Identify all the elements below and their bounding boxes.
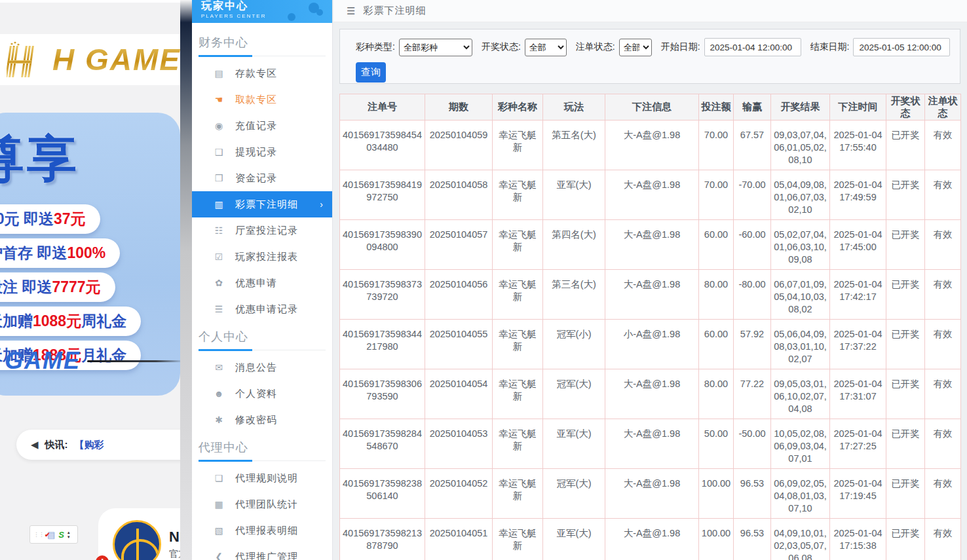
sidebar-item-玩家投注报表[interactable]: ☑玩家投注报表 bbox=[192, 244, 332, 270]
sidebar-item-优惠申请[interactable]: ✿优惠申请 bbox=[192, 270, 332, 296]
table-cell: 80.00 bbox=[699, 369, 734, 419]
table-row: 40156917359828454867020250104053幸运飞艇新亚军(… bbox=[340, 419, 961, 469]
table-cell: 有效 bbox=[925, 270, 961, 320]
sidebar-item-消息公告[interactable]: ✉消息公告 bbox=[192, 354, 332, 381]
sidebar-section-title: 财务中心 bbox=[199, 35, 326, 56]
sidebar-item-代理团队统计[interactable]: ▦代理团队统计 bbox=[192, 491, 332, 517]
content-topbar: ☰ 彩票下注明细 bbox=[333, 0, 967, 22]
table-cell: 已开奖 bbox=[886, 270, 925, 320]
table-cell: 2025-01-04 17:42:17 bbox=[830, 270, 886, 320]
sidebar-item-代理规则说明[interactable]: ❏代理规则说明 bbox=[192, 465, 332, 491]
sidebar-item-代理推广管理[interactable]: ❮代理推广管理 bbox=[192, 544, 332, 560]
sidebar-item-充值记录[interactable]: ◉充值记录 bbox=[192, 113, 332, 139]
sidebar-item-存款专区[interactable]: ▤存款专区 bbox=[192, 60, 332, 86]
nba-card[interactable]: NBA 官方 bbox=[98, 508, 192, 560]
promo-banner[interactable]: 尊享 60元 即送37元户首存 即送100%投注 即送7777元天加赠1088元… bbox=[0, 113, 180, 396]
table-cell: 06,07,01,09,05,04,10,03,08,02 bbox=[771, 270, 830, 320]
table-cell: 09,03,07,04,06,01,05,02,08,10 bbox=[771, 121, 830, 170]
table-cell: 96.53 bbox=[734, 469, 771, 519]
table-cell: 已开奖 bbox=[886, 121, 925, 170]
table-cell: 大-A盘@1.98 bbox=[605, 519, 699, 560]
sidebar-item-label: 优惠申请 bbox=[235, 277, 277, 289]
column-header: 玩法 bbox=[543, 94, 605, 121]
table-cell: 有效 bbox=[925, 469, 961, 519]
sidebar-item-优惠申请记录[interactable]: ☰优惠申请记录 bbox=[192, 296, 332, 322]
draw-status-select[interactable]: 全部 bbox=[525, 39, 567, 56]
sidebar-item-提现记录[interactable]: ❑提现记录 bbox=[192, 139, 332, 165]
table-cell: 已开奖 bbox=[886, 519, 925, 560]
sidebar-item-取款专区[interactable]: ☚取款专区 bbox=[192, 86, 332, 113]
table-cell: 冠军(大) bbox=[543, 469, 605, 519]
filter-label: 彩种类型: bbox=[356, 41, 395, 53]
table-cell: 已开奖 bbox=[886, 320, 925, 369]
deposit-card-icon: ▤ bbox=[213, 68, 225, 79]
table-cell: 401569173598213878790 bbox=[340, 519, 425, 560]
table-cell: 大-A盘@1.98 bbox=[605, 121, 699, 170]
sidebar-item-代理报表明细[interactable]: ▧代理报表明细 bbox=[192, 517, 332, 544]
sidebar-item-修改密码[interactable]: ✱修改密码 bbox=[192, 407, 332, 433]
share-icon: ❮ bbox=[213, 551, 225, 560]
sidebar-item-label: 优惠申请记录 bbox=[235, 303, 298, 316]
logo-text: H GAME bbox=[52, 42, 181, 77]
sidebar-item-资金记录[interactable]: ❒资金记录 bbox=[192, 165, 332, 191]
order-status-select[interactable]: 全部 bbox=[619, 39, 652, 56]
sidebar-header: 玩家中心 PLAYERS CENTER bbox=[192, 0, 332, 23]
page-title: 彩票下注明细 bbox=[363, 5, 426, 17]
sidebar-section-items: ❏代理规则说明▦代理团队统计▧代理报表明细❮代理推广管理 bbox=[192, 465, 332, 560]
table-cell: 已开奖 bbox=[886, 170, 925, 220]
collapse-arrows-icon[interactable]: ▴▾ bbox=[67, 530, 70, 539]
table-cell: 20250104053 bbox=[425, 419, 493, 469]
table-cell: 第四名(大) bbox=[543, 220, 605, 270]
table-cell: -70.00 bbox=[734, 170, 771, 220]
speaker-icon: ◀ bbox=[31, 439, 39, 451]
table-cell: 有效 bbox=[925, 419, 961, 469]
column-header: 投注额 bbox=[699, 94, 734, 121]
withdraw-hand-icon: ☚ bbox=[213, 94, 225, 105]
start-date-input[interactable] bbox=[704, 38, 801, 56]
table-cell: 2025-01-04 17:55:40 bbox=[830, 121, 886, 170]
bets-table: 注单号期数彩种名称玩法下注信息投注额输赢开奖结果下注时间开奖状态注单状态 401… bbox=[339, 94, 961, 560]
table-row: 40156917359821387879020250104051幸运飞艇新亚军(… bbox=[340, 519, 961, 560]
table-cell: 20250104052 bbox=[425, 469, 493, 519]
promo-pill-text: 投注 即送 bbox=[0, 278, 52, 295]
table-cell: 有效 bbox=[925, 369, 961, 419]
lottery-type-select[interactable]: 全部彩种 bbox=[399, 39, 472, 56]
sidebar-item-厅室投注记录[interactable]: ☷厅室投注记录 bbox=[192, 217, 332, 244]
page: H GAME 尊享 60元 即送37元户首存 即送100%投注 即送7777元天… bbox=[0, 0, 967, 560]
news-ticker[interactable]: ◀ 快讯: 【购彩 bbox=[16, 430, 192, 460]
team-logo-icon bbox=[113, 520, 161, 560]
table-header-row: 注单号期数彩种名称玩法下注信息投注额输赢开奖结果下注时间开奖状态注单状态 bbox=[340, 94, 961, 121]
sidebar-item-label: 厅室投注记录 bbox=[235, 225, 298, 237]
filter-label: 开始日期: bbox=[661, 41, 700, 53]
table-cell: 2025-01-04 17:49:59 bbox=[830, 170, 886, 220]
table-cell: 401569173598454034480 bbox=[340, 121, 425, 170]
hall-record-icon: ☷ bbox=[213, 225, 225, 236]
purse-icon: ❒ bbox=[213, 173, 225, 183]
promo-pill-text: 户首存 即送 bbox=[0, 244, 67, 261]
hamburger-icon[interactable]: ☰ bbox=[347, 5, 355, 17]
table-cell: 401569173598419972750 bbox=[340, 170, 425, 220]
table-cell: 05,02,07,04,01,06,03,10,09,08 bbox=[771, 220, 830, 270]
end-date-input[interactable] bbox=[853, 38, 950, 56]
profile-person-icon: ☻ bbox=[213, 388, 225, 399]
green-s-icon[interactable]: S bbox=[58, 530, 64, 540]
table-row: 40156917359837373972020250104056幸运飞艇新第三名… bbox=[340, 270, 961, 320]
table-row: 40156917359830679359020250104054幸运飞艇新冠军(… bbox=[340, 369, 961, 419]
sidebar-item-label: 资金记录 bbox=[235, 172, 277, 185]
table-cell: 05,06,04,09,08,03,01,10,02,07 bbox=[771, 320, 830, 369]
sidebar-item-个人资料[interactable]: ☻个人资料 bbox=[192, 381, 332, 407]
extension-widget[interactable]: ⋮⋮ ▤✔ S ▴▾ bbox=[29, 525, 78, 544]
sidebar-section-items: ✉消息公告☻个人资料✱修改密码 bbox=[192, 354, 332, 433]
filter-label: 开奖状态: bbox=[482, 41, 521, 53]
note-check-icon[interactable]: ▤✔ bbox=[47, 530, 55, 540]
table-cell: 冠军(大) bbox=[543, 369, 605, 419]
promo-brand-text: H GAME bbox=[0, 347, 81, 375]
sidebar-item-label: 提现记录 bbox=[235, 146, 277, 159]
site-logo[interactable]: H GAME bbox=[7, 41, 181, 79]
query-button[interactable]: 查询 bbox=[356, 62, 386, 83]
table-cell: 05,04,09,08,01,06,07,03,02,10 bbox=[771, 170, 830, 220]
logo-h-bars-icon bbox=[7, 41, 48, 79]
sidebar-item-彩票下注明细[interactable]: ▥彩票下注明细› bbox=[192, 191, 332, 217]
drag-handle-icon[interactable]: ⋮⋮ bbox=[33, 531, 44, 538]
sidebar-menu: 财务中心▤存款专区☚取款专区◉充值记录❑提现记录❒资金记录▥彩票下注明细›☷厅室… bbox=[192, 23, 332, 560]
